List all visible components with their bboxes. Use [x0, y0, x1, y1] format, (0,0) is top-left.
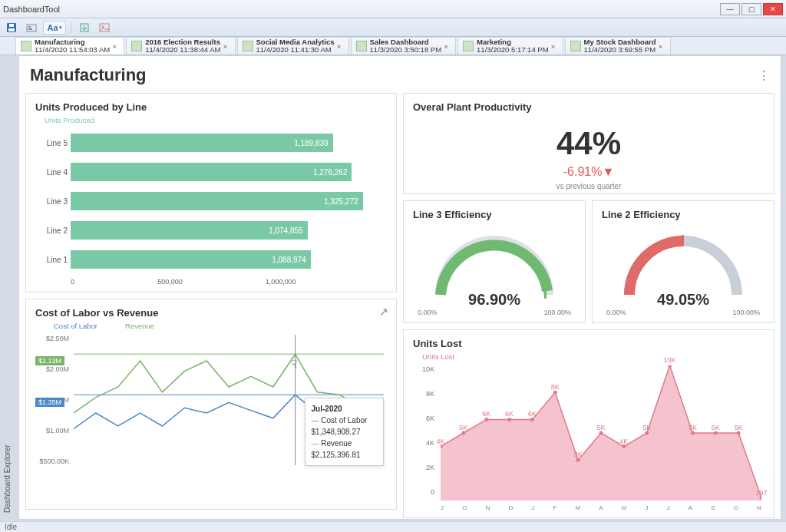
- toolbar: Aa▾: [0, 18, 786, 37]
- tab-2016-election-results[interactable]: 2016 Election Results11/4/2020 11:38:44 …: [126, 37, 235, 55]
- save-button[interactable]: [3, 21, 20, 35]
- window-title: DashboardTool: [3, 5, 720, 14]
- svg-rect-2: [9, 24, 14, 27]
- line2-efficiency-card: Line 2 Efficiency 49.05% 0.00%100.00%: [592, 200, 774, 323]
- svg-point-22: [622, 444, 626, 448]
- close-button[interactable]: ✕: [763, 3, 783, 15]
- tab-thumbnail-icon: [131, 41, 142, 51]
- svg-point-24: [668, 365, 672, 368]
- legend-revenue: Revenue: [107, 322, 154, 330]
- tab-thumbnail-icon: [463, 41, 474, 51]
- svg-point-16: [484, 418, 488, 421]
- svg-point-18: [530, 418, 534, 421]
- tab-close-icon[interactable]: ×: [110, 42, 119, 51]
- svg-rect-1: [8, 28, 15, 31]
- svg-point-23: [645, 431, 649, 435]
- tab-close-icon[interactable]: ×: [441, 42, 451, 51]
- tab-close-icon[interactable]: ×: [221, 42, 230, 51]
- tab-thumbnail-icon: [243, 41, 253, 51]
- tab-thumbnail-icon: [21, 41, 31, 51]
- tab-sales-dashboard[interactable]: Sales Dashboard11/3/2020 3:50:18 PM ×: [351, 37, 457, 55]
- line3-efficiency-card: Line 3 Efficiency 96.90% 0.00%100.00%: [403, 200, 586, 323]
- kpi-sub: vs previous quarter: [413, 182, 765, 190]
- subreport-button[interactable]: [23, 21, 40, 35]
- cursor-icon: ☟: [291, 358, 298, 370]
- area-chart: 4K5K6K6K6K8K3K5K4K5K10K5K5K5K197: [441, 365, 761, 501]
- tab-thumbnail-icon: [570, 41, 581, 51]
- title-bar: DashboardTool — ▢ ✕: [0, 0, 786, 18]
- svg-rect-13: [682, 235, 684, 246]
- tab-thumbnail-icon: [356, 41, 367, 51]
- dashboard-explorer-tab[interactable]: Dashboard Explorer: [3, 55, 17, 516]
- tab-my-stock-dashboard[interactable]: My Stock Dashboard11/4/2020 3:59:55 PM ×: [565, 37, 671, 55]
- minimize-button[interactable]: —: [720, 3, 740, 15]
- tab-manufacturing[interactable]: Manufacturing11/4/2020 11:54:03 AM ×: [15, 37, 124, 55]
- svg-point-15: [461, 431, 465, 435]
- svg-point-25: [691, 431, 695, 435]
- legend-item: Units Produced: [35, 116, 94, 124]
- expand-icon[interactable]: ↗: [379, 306, 388, 318]
- svg-point-27: [737, 431, 741, 435]
- tab-social-media-analytics[interactable]: Social Media Analytics11/4/2020 11:41:30…: [237, 37, 349, 55]
- svg-rect-12: [544, 285, 547, 299]
- legend-cost: Cost of Labor: [35, 322, 97, 330]
- legend-lost: Units Lost: [413, 352, 454, 361]
- tab-close-icon[interactable]: ×: [656, 42, 665, 51]
- units-produced-card: Units Produced by Line Units Produced Li…: [25, 93, 397, 292]
- more-icon[interactable]: ⋮: [758, 68, 770, 83]
- tab-close-icon[interactable]: ×: [549, 42, 558, 51]
- tab-marketing[interactable]: Marketing11/3/2020 5:17:14 PM ×: [457, 37, 563, 55]
- card-title: Units Produced by Line: [35, 101, 387, 113]
- svg-point-21: [599, 431, 603, 435]
- cost-revenue-card: ↗ Cost of Labor vs Revenue Cost of Labor…: [25, 299, 397, 510]
- dashboard-board: Manufacturing ⋮ Units Produced by Line U…: [18, 55, 781, 520]
- export-button[interactable]: [76, 21, 93, 35]
- image-button[interactable]: [96, 21, 113, 35]
- svg-rect-3: [27, 25, 36, 31]
- status-bar: Idle: [0, 521, 786, 532]
- kpi-delta: -6.91%▼: [413, 165, 765, 179]
- svg-point-17: [507, 418, 511, 421]
- line-chart: $2.13M $1.35M Jul-2020 — Cost of Labor $…: [74, 335, 384, 465]
- svg-point-20: [576, 458, 580, 462]
- bar-chart: Line 5 1,189,839Line 4 1,276,262Line 3 1…: [35, 129, 387, 278]
- kpi-value: 44%: [413, 125, 765, 162]
- tab-strip: Manufacturing11/4/2020 11:54:03 AM × 201…: [0, 37, 786, 55]
- productivity-kpi-card: Overal Plant Productivity 44% -6.91%▼ vs…: [403, 93, 774, 194]
- units-lost-card: Units Lost Units Lost 10K 8K 6K 4K 2K 0 …: [403, 329, 774, 518]
- svg-point-19: [553, 391, 557, 395]
- page-title: Manufacturing: [30, 65, 758, 85]
- svg-rect-4: [28, 26, 31, 28]
- tab-close-icon[interactable]: ×: [335, 42, 344, 51]
- maximize-button[interactable]: ▢: [741, 3, 761, 15]
- svg-rect-5: [28, 28, 32, 30]
- font-button[interactable]: Aa▾: [43, 21, 66, 35]
- svg-point-26: [714, 431, 718, 435]
- chart-tooltip: Jul-2020 — Cost of Labor $1,348,908.27 —…: [305, 398, 384, 466]
